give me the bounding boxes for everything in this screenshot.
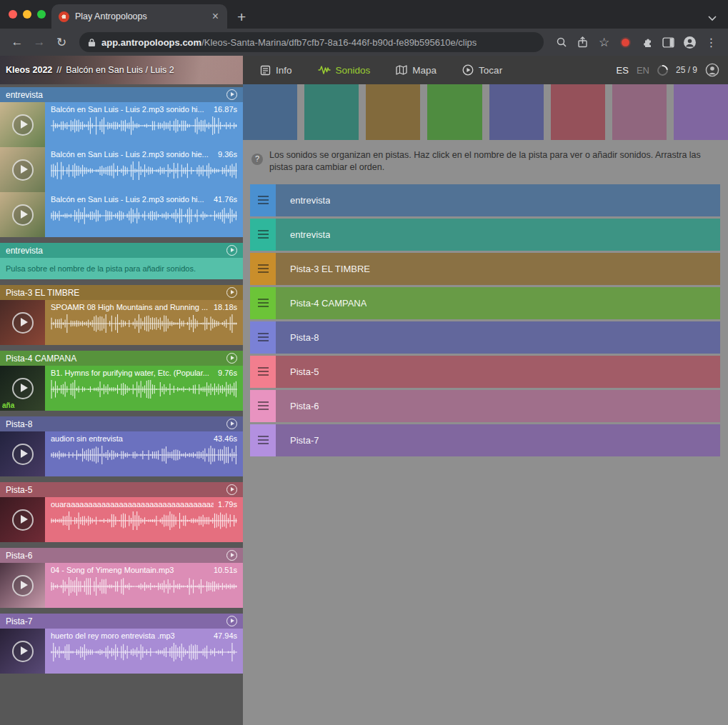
sidebar-track-header[interactable]: Pista-8 <box>0 416 243 431</box>
info-icon <box>260 65 271 76</box>
track-play-icon[interactable] <box>226 419 237 429</box>
question-icon: ? <box>251 154 263 165</box>
track-swatch[interactable] <box>489 84 544 140</box>
clip-row[interactable]: Balcón en San Luis - Luis 2.mp3 sonido h… <box>0 192 243 237</box>
clip-play-icon[interactable] <box>12 444 34 465</box>
drag-handle[interactable] <box>250 321 276 354</box>
track-row-bar[interactable]: Pista-3 EL TIMBRE <box>276 253 720 285</box>
track-play-icon[interactable] <box>226 616 237 626</box>
track-swatch[interactable] <box>243 84 297 140</box>
drag-handle[interactable] <box>250 253 276 285</box>
track-row-bar[interactable]: entrevista <box>276 184 720 216</box>
sidebar-track-group: Pista-7huerto del rey moro entrevista .m… <box>0 614 243 674</box>
track-play-icon[interactable] <box>226 550 237 561</box>
sidebar-track-header[interactable]: entrevista <box>0 243 243 258</box>
nav-sonidos[interactable]: Sonidos <box>318 65 371 76</box>
track-row-bar[interactable]: entrevista <box>276 219 720 251</box>
share-icon[interactable] <box>573 33 592 52</box>
drag-handle[interactable] <box>250 424 276 456</box>
nav-info[interactable]: Info <box>260 65 292 76</box>
track-swatch[interactable] <box>551 84 605 140</box>
drag-handle[interactable] <box>250 184 276 216</box>
drag-handle[interactable] <box>250 356 276 388</box>
clip-row[interactable]: Balcón en San Luis - Luis 2.mp3 sonido h… <box>0 147 243 192</box>
clip-row[interactable]: 04 - Song of Yimeng Mountain.mp310.51s <box>0 563 243 608</box>
track-row-bar[interactable]: Pista-7 <box>276 424 720 456</box>
zoom-icon[interactable] <box>552 33 571 52</box>
back-button[interactable]: ← <box>7 32 27 52</box>
sidebar-track-name: Pista-7 <box>6 616 226 626</box>
lang-en-button[interactable]: EN <box>637 65 649 76</box>
track-swatch[interactable] <box>304 84 359 140</box>
clip-thumbnail <box>0 431 45 476</box>
loading-spinner-icon <box>655 62 670 77</box>
side-panel-icon[interactable] <box>659 33 678 52</box>
close-window-button[interactable] <box>9 10 17 19</box>
clip-play-icon[interactable] <box>12 641 34 662</box>
clip-play-icon[interactable] <box>12 378 34 399</box>
record-extension-icon[interactable] <box>616 33 635 52</box>
sidebar-track-header[interactable]: Pista-7 <box>0 614 243 629</box>
clip-row[interactable]: huerto del rey moro entrevista .mp347.94… <box>0 629 243 674</box>
bookmark-star-icon[interactable]: ☆ <box>594 33 614 52</box>
clip-play-icon[interactable] <box>12 159 34 181</box>
track-row-bar[interactable]: Pista-6 <box>276 390 720 422</box>
tab-close-icon[interactable]: × <box>211 11 220 22</box>
clip-title-line: B1. Hymns for purifying water, Etc. (Pop… <box>51 369 237 377</box>
sidebar-track-group: Pista-3 EL TIMBRESPOAMR 08 High Mountain… <box>0 285 243 345</box>
sidebar-track-header[interactable]: Pista-6 <box>0 548 243 563</box>
track-row-bar[interactable]: Pista-4 CAMPANA <box>276 287 720 319</box>
track-swatch[interactable] <box>427 84 482 140</box>
clip-row[interactable]: Balcón en San Luis - Luis 2.mp3 sonido h… <box>0 102 243 147</box>
clip-row[interactable]: audion sin entrevista43.46s <box>0 431 243 476</box>
track-play-icon[interactable] <box>226 484 237 495</box>
menu-kebab-icon[interactable]: ⋮ <box>702 33 721 52</box>
drag-handle-icon <box>258 196 269 204</box>
drag-handle[interactable] <box>250 390 276 422</box>
track-play-icon[interactable] <box>226 353 237 364</box>
track-play-icon[interactable] <box>226 245 237 256</box>
browser-tab[interactable]: Play Antropoloops × <box>51 4 227 29</box>
clip-waveform <box>51 314 237 334</box>
track-play-icon[interactable] <box>226 287 237 298</box>
tab-search-chevron-icon[interactable] <box>708 11 717 24</box>
forward-button[interactable]: → <box>29 32 49 52</box>
track-play-icon[interactable] <box>226 89 237 100</box>
clip-body: SPOAMR 08 High Mountains and Running ...… <box>45 300 243 345</box>
sidebar-track-header[interactable]: Pista-5 <box>0 482 243 497</box>
zoom-window-button[interactable] <box>37 10 46 19</box>
address-bar[interactable]: app.antropoloops.com/Kleos-Santa-Marina/… <box>79 32 544 52</box>
clip-play-icon[interactable] <box>12 575 34 596</box>
clip-title-line: 04 - Song of Yimeng Mountain.mp310.51s <box>51 566 237 574</box>
profile-avatar-icon[interactable] <box>680 33 699 52</box>
clip-play-icon[interactable] <box>12 509 34 531</box>
extensions-puzzle-icon[interactable] <box>637 33 657 52</box>
clip-play-icon[interactable] <box>12 114 34 136</box>
track-swatch[interactable] <box>612 84 667 140</box>
clip-body: ouaraaaaaaaaaaaaaaaaaaaaaaaaaaaaaaaaaaaa… <box>45 497 243 542</box>
map-icon <box>396 65 407 75</box>
new-tab-button[interactable]: + <box>237 9 246 24</box>
sidebar-track-header[interactable]: Pista-3 EL TIMBRE <box>0 285 243 300</box>
drag-handle[interactable] <box>250 219 276 251</box>
sidebar-track-header[interactable]: Pista-4 CAMPANA <box>0 351 243 366</box>
track-swatch[interactable] <box>674 84 728 140</box>
track-row-bar[interactable]: Pista-5 <box>276 356 720 388</box>
track-row-bar[interactable]: Pista-8 <box>276 321 720 354</box>
clip-play-icon[interactable] <box>12 312 34 334</box>
clip-row[interactable]: ouaraaaaaaaaaaaaaaaaaaaaaaaaaaaaaaaaaaaa… <box>0 497 243 542</box>
nav-tocar[interactable]: Tocar <box>462 64 502 76</box>
sidebar-track-header[interactable]: entrevista <box>0 87 243 102</box>
track-swatch[interactable] <box>366 84 420 140</box>
nav-mapa[interactable]: Mapa <box>396 65 437 76</box>
drag-handle[interactable] <box>250 287 276 319</box>
minimize-window-button[interactable] <box>23 10 31 19</box>
clip-row[interactable]: SPOAMR 08 High Mountains and Running ...… <box>0 300 243 345</box>
reload-button[interactable]: ↻ <box>51 32 71 52</box>
breadcrumb[interactable]: Kleos 2022 // Balcón en San Luis / Luis … <box>0 56 243 84</box>
lang-es-button[interactable]: ES <box>617 65 629 76</box>
clip-row[interactable]: añaB1. Hymns for purifying water, Etc. (… <box>0 366 243 411</box>
account-icon[interactable] <box>705 63 719 77</box>
clip-waveform <box>51 511 237 531</box>
clip-play-icon[interactable] <box>12 204 34 226</box>
